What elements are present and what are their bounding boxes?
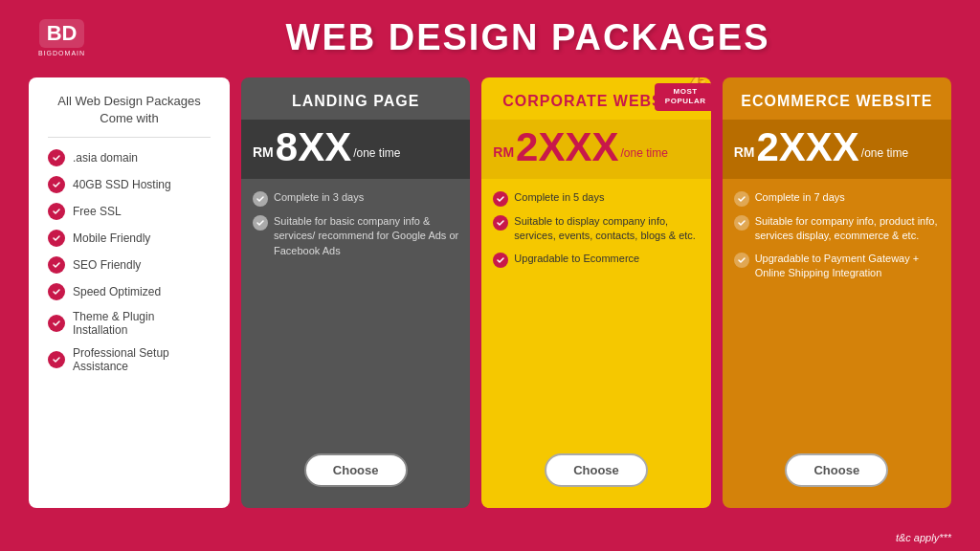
landing-price-section: RM 8XX /one time (241, 120, 470, 179)
feature-label: Professional Setup Assistance (73, 346, 211, 373)
badge-label: MOST POPULAR (655, 83, 711, 111)
check-icon (734, 191, 749, 207)
feature-label: .asia domain (73, 151, 138, 165)
ecommerce-choose-button[interactable]: Choose (785, 453, 888, 487)
landing-price-rm: RM (253, 144, 274, 160)
page-title: WEB DESIGN PACKAGES (114, 17, 942, 58)
corporate-card-body: Complete in 5 days Suitable to display c… (481, 179, 710, 508)
corporate-feature-3: Upgradable to Ecommerce (493, 252, 699, 268)
landing-price-period: /one time (353, 146, 400, 160)
feature-text: Complete in 7 days (755, 190, 845, 205)
feature-text: Suitable for basic company info & servic… (274, 214, 458, 258)
check-icon (48, 176, 65, 193)
corporate-choose-button[interactable]: Choose (545, 453, 648, 487)
feature-label: 40GB SSD Hosting (73, 178, 171, 191)
most-popular-badge: 👍 MOST POPULAR (647, 77, 711, 142)
check-icon (48, 256, 65, 274)
logo-area: BD BIGDOMAIN (38, 19, 85, 56)
feature-text: Complete in 3 days (274, 190, 364, 205)
feature-hosting: 40GB SSD Hosting (48, 176, 211, 193)
footer-note: t&c apply*** (896, 532, 951, 543)
landing-feature-2: Suitable for basic company info & servic… (253, 214, 458, 258)
ecommerce-price-period: /one time (861, 146, 908, 160)
feature-text: Suitable for company info, product info,… (755, 214, 940, 244)
check-icon (493, 191, 508, 207)
ecommerce-price-rm: RM (734, 144, 755, 160)
check-icon (734, 215, 749, 231)
check-icon (253, 215, 268, 231)
ecommerce-website-card: ECOMMERCE WEBSITE RM 2XXX /one time Comp… (723, 77, 951, 508)
logo-subtitle: BIGDOMAIN (38, 50, 85, 56)
corporate-price-amount: 2XXX (516, 127, 618, 167)
feature-seo: SEO Friendly (48, 256, 211, 274)
check-icon (48, 203, 65, 220)
feature-speed: Speed Optimized (48, 283, 211, 300)
features-header: All Web Design Packages Come with (48, 93, 211, 138)
ecommerce-card-body: Complete in 7 days Suitable for company … (723, 179, 951, 508)
landing-price-display: RM 8XX /one time (253, 127, 458, 167)
logo-b: BD (47, 23, 78, 44)
feature-mobile: Mobile Friendly (48, 230, 211, 247)
landing-card-body: Complete in 3 days Suitable for basic co… (241, 179, 470, 508)
landing-feature-1: Complete in 3 days (253, 190, 458, 207)
check-icon (493, 215, 508, 231)
ecommerce-feature-1: Complete in 7 days (734, 190, 940, 207)
landing-price-amount: 8XX (276, 127, 351, 167)
feature-label: Free SSL (73, 205, 122, 218)
feature-theme: Theme & Plugin Installation (48, 310, 211, 337)
ecommerce-price-display: RM 2XXX /one time (734, 127, 940, 167)
corporate-feature-1: Complete in 5 days (493, 190, 699, 207)
landing-page-card: LANDING PAGE RM 8XX /one time Complete i… (241, 77, 470, 508)
ecommerce-price-section: RM 2XXX /one time (723, 120, 951, 179)
page-header: BD BIGDOMAIN WEB DESIGN PACKAGES (0, 0, 980, 68)
corporate-price-rm: RM (493, 144, 514, 160)
feature-label: SEO Friendly (73, 258, 141, 272)
feature-text: Complete in 5 days (514, 190, 604, 205)
feature-setup: Professional Setup Assistance (48, 346, 211, 373)
packages-container: All Web Design Packages Come with .asia … (0, 68, 980, 518)
check-icon (48, 149, 65, 166)
landing-card-title: LANDING PAGE (241, 77, 470, 120)
feature-asia-domain: .asia domain (48, 149, 211, 166)
feature-text: Suitable to display company info, servic… (514, 214, 699, 244)
feature-label: Speed Optimized (73, 285, 161, 298)
ecommerce-card-title: ECOMMERCE WEBSITE (723, 77, 951, 120)
check-icon (734, 253, 749, 268)
check-icon (48, 283, 65, 300)
logo: BD (39, 19, 85, 48)
corporate-website-card: 👍 MOST POPULAR CORPORATE WEBSITE RM 2XXX… (481, 77, 710, 508)
feature-text: Upgradable to Payment Gateway + Online S… (755, 252, 940, 281)
landing-choose-button[interactable]: Choose (304, 453, 408, 487)
feature-ssl: Free SSL (48, 203, 211, 220)
ecommerce-feature-2: Suitable for company info, product info,… (734, 214, 940, 244)
check-icon (48, 351, 65, 368)
ecommerce-feature-3: Upgradable to Payment Gateway + Online S… (734, 252, 940, 281)
check-icon (253, 191, 268, 207)
feature-label: Theme & Plugin Installation (73, 310, 211, 337)
check-icon (48, 315, 65, 332)
check-icon (493, 253, 508, 268)
check-icon (48, 230, 65, 247)
corporate-price-period: /one time (621, 146, 668, 160)
corporate-feature-2: Suitable to display company info, servic… (493, 214, 699, 244)
ecommerce-price-amount: 2XXX (756, 127, 858, 167)
feature-label: Mobile Friendly (73, 231, 150, 245)
feature-text: Upgradable to Ecommerce (514, 252, 639, 266)
features-column: All Web Design Packages Come with .asia … (29, 77, 230, 508)
